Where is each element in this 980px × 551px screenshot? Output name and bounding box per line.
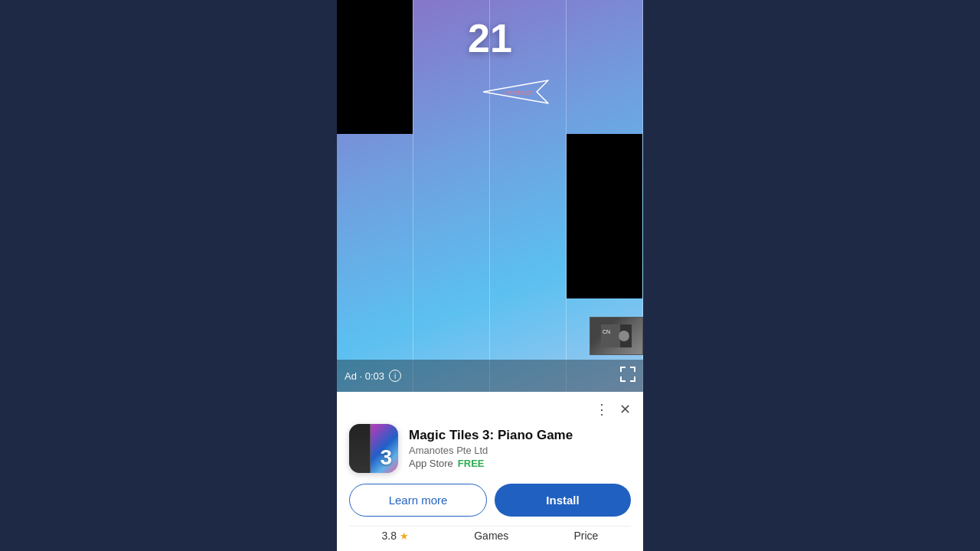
app-info-row: 3 Magic Tiles 3: Piano Game Amanotes Pte… <box>349 424 631 473</box>
stats-row: 3.8 ★ Games Price <box>349 526 631 542</box>
tile-col-1 <box>337 0 413 392</box>
price-stat: Price <box>573 530 598 542</box>
left-overlay <box>0 0 337 551</box>
svg-point-5 <box>619 331 629 341</box>
category-stat: Games <box>474 530 508 542</box>
app-details: Magic Tiles 3: Piano Game Amanotes Pte L… <box>409 428 631 469</box>
app-store-row: App Store FREE <box>409 458 631 469</box>
install-button[interactable]: Install <box>495 484 631 517</box>
more-options-button[interactable]: ⋮ <box>595 403 609 416</box>
app-icon-number: 3 <box>380 445 392 470</box>
app-icon: 3 <box>349 424 398 473</box>
ad-timer-text: Ad · 0:03 <box>345 370 384 382</box>
game-area: 21 PERFECT <box>337 0 643 392</box>
svg-rect-4 <box>601 324 620 347</box>
close-button[interactable]: ✕ <box>619 403 631 416</box>
phone-content: 21 PERFECT <box>337 0 643 551</box>
ad-label: Ad · 0:03 i <box>345 370 401 382</box>
price-value: Price <box>573 530 598 542</box>
screenshot-container: 21 PERFECT <box>0 0 980 551</box>
svg-text:CN: CN <box>603 329 610 334</box>
learn-more-button[interactable]: Learn more <box>349 484 487 517</box>
app-developer: Amanotes Pte Ltd <box>409 445 631 456</box>
ad-info-icon[interactable]: i <box>389 370 401 382</box>
video-thumbnail: CN <box>590 317 643 355</box>
score-display: 21 <box>468 15 512 61</box>
rating-stat: 3.8 ★ <box>382 530 409 542</box>
svg-text:PERFECT: PERFECT <box>505 90 533 96</box>
ad-card: ⋮ ✕ 3 Magic Tiles 3: Piano Game Amanotes… <box>337 392 643 551</box>
right-overlay <box>643 0 980 551</box>
ad-card-header: ⋮ ✕ <box>349 403 631 416</box>
thumbnail-inner: CN <box>590 318 642 354</box>
ad-bar: Ad · 0:03 i <box>337 360 643 392</box>
rating-value: 3.8 <box>382 530 397 542</box>
app-store-label: App Store <box>409 458 453 469</box>
star-icon: ★ <box>400 530 409 542</box>
app-price-label: FREE <box>458 458 485 469</box>
category-value: Games <box>474 530 508 542</box>
expand-icon[interactable] <box>620 367 635 386</box>
app-icon-piano <box>349 424 371 473</box>
action-buttons: Learn more Install <box>349 484 631 517</box>
paper-plane: PERFECT <box>483 77 552 107</box>
app-name: Magic Tiles 3: Piano Game <box>409 428 631 443</box>
